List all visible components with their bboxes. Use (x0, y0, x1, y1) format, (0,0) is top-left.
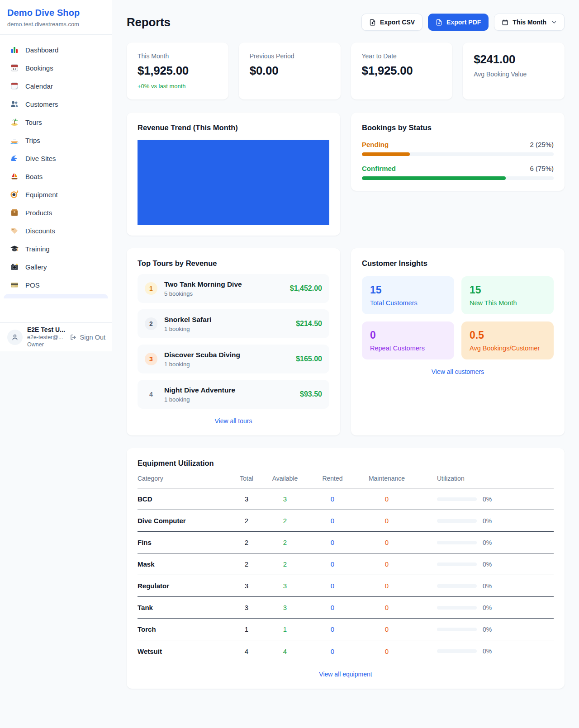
pos-icon (10, 280, 19, 289)
tile-value: 15 (370, 284, 446, 296)
utilization-percent: 0% (483, 539, 492, 546)
sidebar-item-customers[interactable]: Customers (4, 95, 108, 113)
sidebar-item-discounts[interactable]: Discounts (4, 222, 108, 240)
tour-bookings: 1 booking (164, 326, 289, 332)
sidebar-item-pos[interactable]: POS (4, 276, 108, 294)
cell-utilization: 0% (418, 648, 554, 655)
view-all-equipment-link[interactable]: View all equipment (138, 671, 554, 678)
view-all-tours-link[interactable]: View all tours (138, 417, 329, 425)
tour-row-snorkel-safari: 2Snorkel Safari1 booking$214.50 (138, 309, 329, 338)
equipment-row-torch: Torch11000% (138, 619, 554, 640)
insight-tiles: 15Total Customers15New This Month0Repeat… (362, 276, 554, 359)
status-progress-bar (362, 152, 554, 156)
sidebar-nav: Dashboard17BookingsCalendarCustomersTour… (0, 35, 112, 294)
stat-value: $1,925.00 (362, 64, 442, 78)
top-tours-card: Top Tours by Revenue 1Two Tank Morning D… (127, 248, 340, 435)
tour-name: Snorkel Safari (164, 316, 289, 324)
customer-insights-card: Customer Insights 15Total Customers15New… (351, 248, 565, 435)
rank-badge: 4 (145, 388, 157, 401)
status-list: Pending2 (25%)Confirmed6 (75%) (362, 141, 554, 180)
sidebar-item-equipment[interactable]: Equipment (4, 185, 108, 203)
utilization-bar (437, 497, 477, 501)
brand-name: Demo Dive Shop (7, 8, 104, 18)
utilization-bar (437, 606, 477, 610)
sidebar-item-trips[interactable]: Trips (4, 131, 108, 149)
tour-revenue: $1,452.00 (290, 284, 322, 293)
sidebar: Demo Dive Shop demo.test.divestreams.com… (0, 0, 112, 351)
user-email: e2e-tester@... (27, 334, 65, 340)
tour-row-discover-scuba-diving: 3Discover Scuba Diving1 booking$165.00 (138, 345, 329, 373)
cell-category: Regulator (138, 582, 233, 590)
equipment-table-header: CategoryTotalAvailableRentedMaintenanceU… (138, 468, 554, 488)
equipment-utilization-title: Equipment Utilization (138, 459, 554, 468)
sidebar-item-products[interactable]: Products (4, 203, 108, 222)
sidebar-item-bookings[interactable]: 17Bookings (4, 59, 108, 77)
cell-category: Torch (138, 625, 233, 633)
products-icon (10, 208, 19, 217)
customer-insights-title: Customer Insights (362, 259, 554, 268)
sidebar-item-training[interactable]: Training (4, 240, 108, 258)
view-all-customers-link[interactable]: View all customers (362, 368, 554, 375)
stat-delta: +0% vs last month (138, 83, 218, 90)
insights-row: Top Tours by Revenue 1Two Tank Morning D… (127, 248, 565, 435)
sidebar-item-gallery[interactable]: Gallery (4, 258, 108, 276)
top-tours-title: Top Tours by Revenue (138, 259, 329, 268)
equipment-row-regulator: Regulator33000% (138, 575, 554, 597)
utilization-percent: 0% (483, 604, 492, 611)
equipment-row-fins: Fins22000% (138, 532, 554, 553)
table-column-header-maintenance: Maintenance (356, 475, 418, 482)
insight-tile-total-customers: 15Total Customers (362, 276, 454, 314)
sidebar-item-dashboard[interactable]: Dashboard (4, 41, 108, 59)
sidebar-item-calendar[interactable]: Calendar (4, 77, 108, 95)
user-role: Owner (27, 341, 65, 348)
period-dropdown[interactable]: This Month (494, 14, 565, 31)
tours-icon (10, 118, 19, 127)
sidebar-item-label: POS (25, 281, 40, 289)
tour-bookings: 1 booking (164, 361, 289, 368)
sign-out-button[interactable]: Sign Out (70, 334, 105, 341)
export-pdf-button[interactable]: Export PDF (428, 14, 489, 31)
cell-rented: 0 (309, 560, 356, 568)
header-actions: Export CSV Export PDF This Month (361, 14, 565, 31)
dashboard-icon (10, 45, 19, 54)
charts-row: Revenue Trend (This Month) Bookings by S… (127, 113, 565, 236)
rank-badge: 2 (145, 317, 157, 330)
cell-utilization: 0% (418, 561, 554, 568)
cell-utilization: 0% (418, 539, 554, 546)
cell-rented: 0 (309, 604, 356, 611)
sidebar-item-label: Dashboard (25, 46, 58, 54)
cell-rented: 0 (309, 625, 356, 633)
boats-icon (10, 172, 19, 181)
stat-card-year-to-date: Year to Date $1,925.00 (351, 43, 453, 99)
tour-name: Night Dive Adventure (164, 386, 293, 394)
file-download-icon (436, 19, 442, 26)
sidebar-item-label: Products (25, 209, 52, 217)
sidebar-item-label: Discounts (25, 227, 55, 235)
sidebar-item-reports-partial[interactable] (4, 294, 108, 298)
equipment-row-mask: Mask22000% (138, 553, 554, 575)
cell-total: 2 (233, 560, 261, 568)
cell-category: Fins (138, 539, 233, 546)
stat-label: Year to Date (362, 52, 442, 60)
export-csv-button[interactable]: Export CSV (361, 14, 422, 31)
stat-card-previous-period: Previous Period $0.00 (239, 43, 341, 99)
stat-value: $241.00 (474, 52, 554, 66)
bookings-status-title: Bookings by Status (362, 123, 554, 132)
cell-rented: 0 (309, 648, 356, 655)
sidebar-item-boats[interactable]: Boats (4, 167, 108, 185)
cell-total: 2 (233, 539, 261, 546)
bookings-status-card: Bookings by Status Pending2 (25%)Confirm… (351, 113, 565, 191)
sidebar-item-dive-sites[interactable]: Dive Sites (4, 149, 108, 167)
sidebar-item-tours[interactable]: Tours (4, 113, 108, 131)
stat-card-avg-booking-value: $241.00 Avg Booking Value (463, 43, 565, 99)
cell-category: BCD (138, 495, 233, 503)
cell-total: 2 (233, 517, 261, 525)
utilization-percent: 0% (483, 561, 492, 568)
cell-total: 3 (233, 582, 261, 590)
person-icon (11, 333, 19, 341)
avatar (7, 330, 23, 345)
tour-revenue: $165.00 (296, 355, 322, 363)
cell-maintenance: 0 (356, 517, 418, 525)
tour-bookings: 1 booking (164, 396, 293, 403)
tour-name: Two Tank Morning Dive (164, 280, 283, 288)
